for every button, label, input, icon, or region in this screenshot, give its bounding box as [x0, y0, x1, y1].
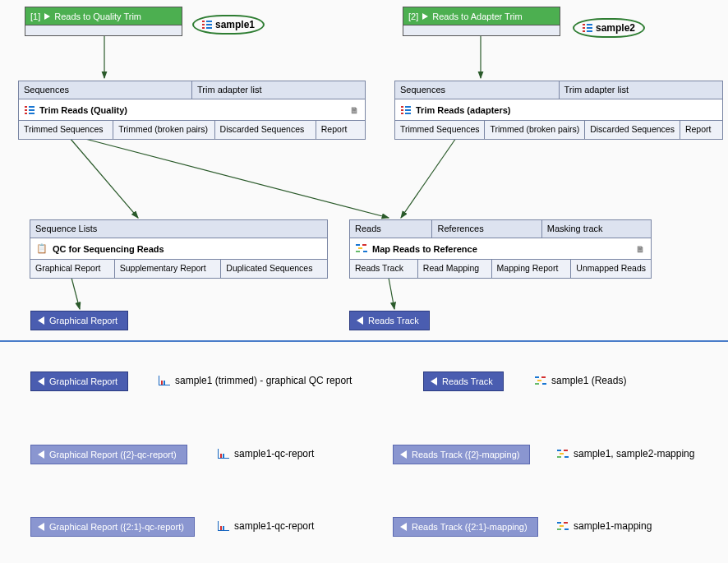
port-trim-adapter-list[interactable]: Trim adapter list: [560, 81, 723, 99]
document-icon: 🗎: [350, 105, 359, 115]
port-masking-track[interactable]: Masking track: [542, 220, 651, 238]
proc-title-text: QC for Sequencing Reads: [53, 244, 164, 254]
result-label-3: sample1-qc-report: [218, 448, 314, 459]
arrow-left-icon: [38, 377, 44, 385]
port-trimmed-broken[interactable]: Trimmed (broken pairs): [485, 121, 585, 139]
result-text: sample1-qc-report: [234, 520, 314, 532]
sample-name: sample2: [596, 22, 635, 34]
port-discarded[interactable]: Discarded Sequences: [585, 121, 680, 139]
chip-label: Reads Track ({2:1}-mapping): [412, 522, 528, 532]
result-label-5: sample1-qc-report: [218, 520, 314, 532]
sample-badge-1: sample1: [192, 15, 265, 35]
input-label: Reads to Adapter Trim: [432, 12, 522, 21]
result-text: sample1 (trimmed) - graphical QC report: [175, 375, 352, 386]
result-label-2: sample1 (Reads): [535, 375, 626, 386]
proc-title-text: Map Reads to Reference: [372, 244, 477, 254]
port-report[interactable]: Report: [316, 121, 365, 139]
document-icon: 🗎: [636, 244, 645, 254]
port-unmapped-reads[interactable]: Unmapped Reads: [571, 260, 651, 278]
arrow-right-icon: [44, 13, 50, 20]
arrow-left-icon: [38, 316, 44, 325]
track-icon: [557, 450, 569, 459]
chip-label: Graphical Report ({2:1}-qc-report): [49, 522, 184, 532]
port-read-mapping[interactable]: Read Mapping: [418, 260, 492, 278]
port-reads-track[interactable]: Reads Track: [350, 260, 418, 278]
arrow-left-icon: [431, 377, 437, 385]
port-trimmed-sequences[interactable]: Trimmed Sequences: [395, 121, 485, 139]
port-trim-adapter-list[interactable]: Trim adapter list: [192, 81, 365, 99]
result-text: sample1, sample2-mapping: [574, 448, 694, 459]
arrow-right-icon: [422, 13, 428, 20]
port-trimmed-sequences[interactable]: Trimmed Sequences: [19, 121, 113, 139]
track-icon: [557, 522, 569, 531]
proc-map-reads[interactable]: Reads References Masking track Map Reads…: [349, 219, 652, 279]
port-mapping-report[interactable]: Mapping Report: [492, 260, 572, 278]
result-label-6: sample1-mapping: [557, 520, 652, 532]
port-sequence-lists[interactable]: Sequence Lists: [30, 220, 327, 238]
input-footer: [403, 25, 560, 35]
port-references[interactable]: References: [432, 220, 541, 238]
chart-icon: [218, 521, 229, 531]
chip-label: Graphical Report ({2}-qc-report): [49, 450, 177, 459]
output-reads-track-2[interactable]: Reads Track ({2}-mapping): [393, 445, 530, 464]
chip-label: Graphical Report: [49, 316, 117, 325]
chart-icon: [218, 449, 229, 459]
chip-label: Reads Track ({2}-mapping): [412, 450, 519, 459]
port-reads[interactable]: Reads: [350, 220, 432, 238]
svg-line-5: [71, 278, 80, 309]
chip-label: Graphical Report: [49, 376, 117, 386]
svg-line-6: [389, 278, 394, 309]
output-graphical-report-21[interactable]: Graphical Report ({2:1}-qc-report): [30, 517, 195, 537]
list-icon: [583, 24, 592, 32]
list-icon: [202, 21, 212, 29]
list-icon: [25, 106, 35, 114]
svg-line-3: [82, 138, 389, 218]
result-text: sample1-mapping: [574, 520, 652, 532]
chip-label: Reads Track: [442, 376, 493, 386]
checklist-icon: 📋: [36, 243, 48, 254]
chip-label: Reads Track: [368, 316, 419, 325]
output-graphical-report[interactable]: Graphical Report: [30, 311, 128, 330]
result-text: sample1-qc-report: [234, 448, 314, 459]
port-sequences[interactable]: Sequences: [395, 81, 560, 99]
proc-trim-quality[interactable]: Sequences Trim adapter list Trim Reads (…: [18, 81, 366, 140]
port-discarded[interactable]: Discarded Sequences: [215, 121, 316, 139]
port-trimmed-broken[interactable]: Trimmed (broken pairs): [113, 121, 214, 139]
sample-name: sample1: [215, 19, 255, 30]
output-graphical-report-r1[interactable]: Graphical Report: [30, 371, 128, 391]
arrow-left-icon: [38, 523, 44, 531]
input-node-adapter-trim[interactable]: [2] Reads to Adapter Trim: [403, 7, 560, 36]
arrow-left-icon: [400, 523, 407, 531]
proc-qc[interactable]: Sequence Lists 📋 QC for Sequencing Reads…: [30, 219, 328, 279]
sample-badge-2: sample2: [573, 18, 645, 38]
port-duplicated[interactable]: Duplicated Sequences: [221, 260, 327, 278]
input-footer: [25, 25, 182, 35]
port-report[interactable]: Report: [680, 121, 722, 139]
result-label-1: sample1 (trimmed) - graphical QC report: [159, 375, 352, 386]
proc-title-text: Trim Reads (adapters): [416, 105, 511, 115]
output-reads-track-r1[interactable]: Reads Track: [423, 371, 504, 391]
input-node-quality-trim[interactable]: [1] Reads to Quality Trim: [25, 7, 182, 36]
proc-title-text: Trim Reads (Quality): [39, 105, 127, 115]
input-label: Reads to Quality Trim: [54, 12, 141, 21]
arrow-left-icon: [400, 450, 407, 459]
output-reads-track[interactable]: Reads Track: [349, 311, 430, 330]
arrow-left-icon: [38, 450, 44, 459]
proc-trim-adapters[interactable]: Sequences Trim adapter list Trim Reads (…: [394, 81, 723, 140]
output-reads-track-21[interactable]: Reads Track ({2:1}-mapping): [393, 517, 538, 537]
result-label-4: sample1, sample2-mapping: [557, 448, 694, 459]
arrow-left-icon: [357, 316, 363, 325]
port-supplementary-report[interactable]: Supplementary Report: [115, 260, 222, 278]
track-icon: [535, 376, 546, 385]
input-index: [2]: [408, 12, 418, 21]
track-icon: [356, 244, 367, 253]
svg-line-2: [70, 138, 138, 218]
result-text: sample1 (Reads): [551, 375, 626, 386]
input-index: [1]: [30, 12, 40, 21]
output-graphical-report-2[interactable]: Graphical Report ({2}-qc-report): [30, 445, 187, 464]
port-sequences[interactable]: Sequences: [19, 81, 192, 99]
list-icon: [401, 106, 411, 114]
chart-icon: [159, 376, 170, 385]
port-graphical-report[interactable]: Graphical Report: [30, 260, 115, 278]
svg-line-4: [401, 138, 456, 218]
